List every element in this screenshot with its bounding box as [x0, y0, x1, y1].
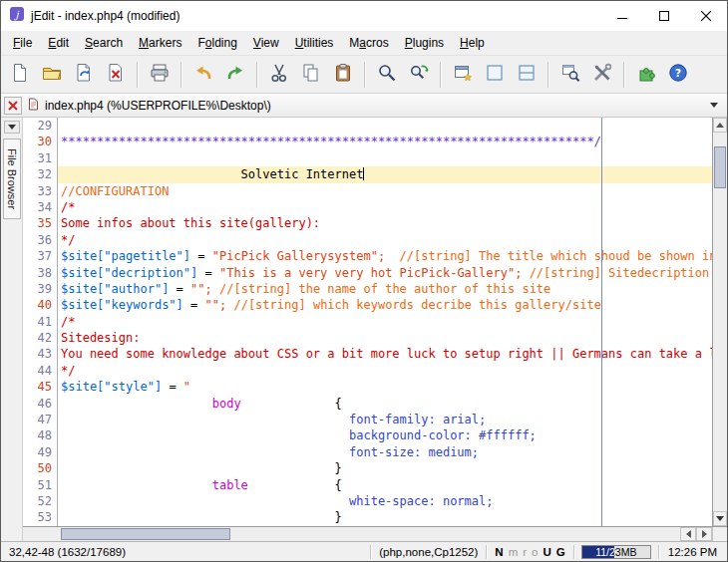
buffer-list-dropdown[interactable]: [704, 97, 724, 115]
maximize-button[interactable]: [643, 1, 685, 31]
status-indicator-o[interactable]: o: [532, 546, 538, 558]
buffer-label[interactable]: index.php4 (%USERPROFILE%\Desktop\): [45, 99, 271, 113]
memory-gauge[interactable]: 11/23MB 11/23MB: [581, 545, 651, 559]
vertical-scroll-thumb[interactable]: [714, 146, 726, 188]
code-line-text[interactable]: }: [58, 460, 712, 476]
code-line-text[interactable]: //CONFIGURATION: [58, 183, 712, 199]
code-line-text[interactable]: white-space: normal;: [58, 493, 712, 509]
search-in-directory-button[interactable]: [554, 59, 586, 91]
buffer-close-button[interactable]: [4, 97, 22, 115]
menu-folding[interactable]: Folding: [189, 33, 244, 53]
line-number[interactable]: 53: [23, 509, 58, 525]
menu-utilities[interactable]: Utilities: [287, 33, 342, 53]
line-number[interactable]: 34: [23, 199, 58, 215]
menu-markers[interactable]: Markers: [131, 33, 189, 53]
redo-button[interactable]: [219, 59, 251, 91]
line-number[interactable]: 29: [23, 118, 58, 134]
menu-help[interactable]: Help: [452, 33, 493, 53]
code-line-text[interactable]: Sitedesign:: [58, 330, 712, 346]
line-number[interactable]: 42: [23, 330, 58, 346]
scroll-left-button[interactable]: [680, 527, 696, 541]
line-number[interactable]: 36: [23, 232, 58, 248]
status-indicator-r[interactable]: r: [523, 546, 527, 558]
save-file-button[interactable]: [68, 59, 100, 91]
code-line-text[interactable]: [58, 118, 712, 134]
code-line-text[interactable]: }: [58, 509, 712, 525]
line-number[interactable]: 44: [23, 363, 58, 379]
code-line-text[interactable]: /*: [58, 314, 712, 330]
scroll-up-button[interactable]: [713, 118, 727, 133]
split-horizontally-button[interactable]: [511, 59, 543, 91]
code-line-text[interactable]: font-family: arial;: [58, 412, 712, 427]
menu-search[interactable]: Search: [77, 33, 131, 53]
jedit-app-icon[interactable]: j: [9, 6, 25, 26]
search-replace-button[interactable]: [403, 59, 435, 91]
close-button[interactable]: [685, 1, 727, 31]
line-number[interactable]: 38: [23, 265, 58, 281]
buffer-mode[interactable]: (php,none,Cp1252): [374, 546, 483, 558]
line-number[interactable]: 32: [23, 166, 58, 182]
code-line-text[interactable]: table {: [58, 477, 712, 493]
paste-button[interactable]: [327, 59, 359, 91]
status-indicator-g[interactable]: G: [556, 546, 565, 558]
code-line-text[interactable]: Some infos about this site(gallery):: [58, 215, 712, 231]
file-browser-dock-button[interactable]: File Browser: [3, 139, 21, 219]
line-number[interactable]: 47: [23, 412, 58, 427]
close-buffer-button[interactable]: [100, 59, 132, 91]
line-number[interactable]: 48: [23, 427, 58, 443]
code-line-text[interactable]: $site["style"] = ": [58, 379, 712, 395]
scroll-right-button[interactable]: [696, 527, 712, 541]
line-number[interactable]: 50: [23, 460, 58, 476]
menu-macros[interactable]: Macros: [341, 33, 396, 53]
help-button[interactable]: ?: [662, 59, 694, 91]
undo-button[interactable]: [187, 59, 219, 91]
cut-button[interactable]: [263, 59, 295, 91]
dock-popup-arrow[interactable]: [4, 121, 20, 134]
new-file-button[interactable]: [4, 59, 36, 91]
horizontal-scroll-thumb[interactable]: [61, 528, 230, 540]
open-file-button[interactable]: [36, 59, 68, 91]
vertical-scrollbar[interactable]: [712, 118, 727, 526]
line-number[interactable]: 51: [23, 477, 58, 493]
menu-edit[interactable]: Edit: [40, 33, 77, 53]
line-number[interactable]: 49: [23, 444, 58, 460]
line-number[interactable]: 33: [23, 183, 58, 199]
code-line-text[interactable]: $site["decription"] = "This is a very ve…: [58, 265, 712, 281]
status-indicator-u[interactable]: U: [544, 546, 551, 558]
unsplit-button[interactable]: [479, 59, 511, 91]
status-indicator-n[interactable]: N: [495, 546, 503, 558]
line-number[interactable]: 40: [23, 297, 58, 313]
code-line-text[interactable]: ****************************************…: [58, 134, 712, 149]
print-button[interactable]: [144, 59, 176, 91]
line-number[interactable]: 41: [23, 314, 58, 330]
line-number[interactable]: 31: [23, 150, 58, 166]
code-line-text[interactable]: /*: [58, 199, 712, 215]
line-number[interactable]: 37: [23, 248, 58, 264]
minimize-button[interactable]: [601, 1, 643, 31]
line-number[interactable]: 43: [23, 346, 58, 362]
code-line-text[interactable]: body {: [58, 396, 712, 412]
code-line-text[interactable]: $site["keywords"] = ""; //[string] which…: [58, 297, 712, 313]
horizontal-scrollbar[interactable]: [23, 526, 727, 541]
code-line-text[interactable]: */: [58, 232, 712, 248]
code-line-text[interactable]: font-size: medium;: [58, 444, 712, 460]
scroll-down-button[interactable]: [713, 511, 727, 526]
vertical-scroll-track[interactable]: [713, 133, 727, 511]
new-view-button[interactable]: [447, 59, 479, 91]
line-number[interactable]: 39: [23, 281, 58, 297]
line-number[interactable]: 30: [23, 134, 58, 149]
code-line-text[interactable]: background-color: #ffffff;: [58, 427, 712, 443]
copy-button[interactable]: [295, 59, 327, 91]
status-indicator-m[interactable]: m: [509, 546, 519, 558]
line-number[interactable]: 46: [23, 396, 58, 412]
plugin-manager-button[interactable]: [630, 59, 662, 91]
code-line-text[interactable]: $site["author"] = ""; //[string] the nam…: [58, 281, 712, 297]
horizontal-scroll-track[interactable]: [23, 527, 680, 541]
global-options-button[interactable]: [586, 59, 618, 91]
line-number[interactable]: 52: [23, 493, 58, 509]
line-number[interactable]: 35: [23, 215, 58, 231]
code-line-text[interactable]: $site["pagetitle"] = "PicPick Gallerysys…: [58, 248, 712, 264]
code-line-text[interactable]: You need some knowledge about CSS or a b…: [58, 346, 712, 362]
menu-view[interactable]: View: [245, 33, 287, 53]
code-line-text[interactable]: [58, 150, 712, 166]
